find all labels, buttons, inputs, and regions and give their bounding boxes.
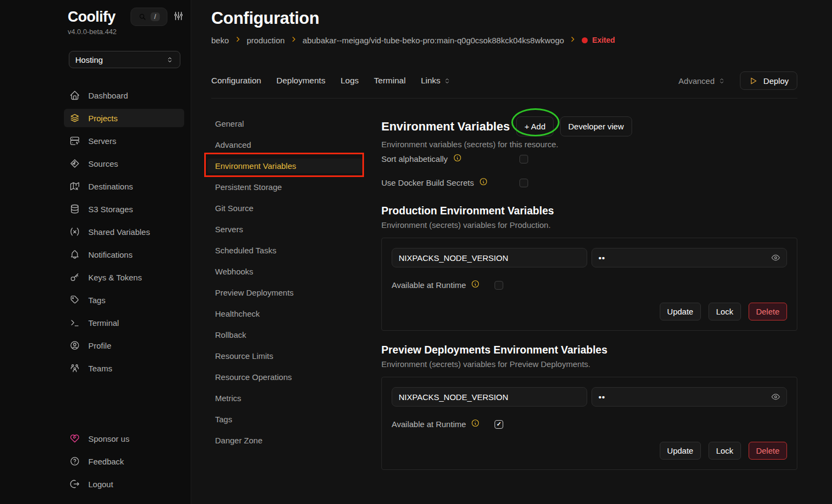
subnav-item-rollback[interactable]: Rollback (207, 328, 363, 342)
sidebar-item-profile[interactable]: Profile (64, 336, 184, 355)
tab-terminal[interactable]: Terminal (374, 76, 406, 86)
subnav-item-tags[interactable]: Tags (207, 412, 363, 427)
tab-deployments[interactable]: Deployments (276, 76, 325, 86)
info-icon[interactable] (471, 418, 480, 430)
sidebar-item-feedback[interactable]: Feedback (64, 452, 184, 470)
env-key-input[interactable] (392, 248, 587, 267)
subnav-item-scheduled-tasks[interactable]: Scheduled Tasks (207, 243, 363, 258)
sidebar-item-label: Projects (88, 114, 118, 123)
env-key-input[interactable] (392, 387, 587, 407)
sidebar-item-label: Notifications (88, 250, 133, 259)
layers-icon (69, 113, 80, 123)
reveal-value-button[interactable] (770, 391, 781, 404)
sidebar-item-tags[interactable]: Tags (64, 291, 184, 309)
reveal-value-button[interactable] (770, 252, 781, 265)
available-at-runtime-checkbox[interactable]: ✓ (495, 420, 503, 429)
env-value-input[interactable] (592, 387, 787, 407)
subnav-item-advanced[interactable]: Advanced (207, 138, 363, 152)
breadcrumb-resource[interactable]: abubakar--meigag/vid-tube-beko-pro:main-… (303, 36, 564, 45)
sidebar-item-teams[interactable]: Teams (64, 359, 184, 377)
subnav-item-git-source[interactable]: Git Source (207, 201, 363, 215)
coolify-app-window: Coolify / v4.0.0-beta.442 Hosting (0, 0, 832, 504)
env-variables-subtitle: Environment variables (secrets) for this… (381, 140, 797, 149)
subnav-item-preview-deployments[interactable]: Preview Deployments (207, 285, 363, 300)
team-select[interactable]: Hosting (69, 51, 180, 68)
sidebar-item-s3-storages[interactable]: S3 Storages (64, 200, 184, 218)
sidebar-item-servers[interactable]: Servers (64, 132, 184, 150)
developer-view-button[interactable]: Developer view (560, 116, 632, 136)
sidebar-item-destinations[interactable]: Destinations (64, 177, 184, 195)
update-button[interactable]: Update (660, 442, 701, 460)
environment-variables-panel: Environment Variables + Add Developer vi… (381, 116, 797, 470)
sidebar-item-label: Servers (88, 136, 116, 146)
update-button[interactable]: Update (660, 303, 701, 320)
git-source-icon (69, 158, 80, 169)
env-value-input[interactable] (592, 248, 787, 267)
sidebar: Coolify / v4.0.0-beta.442 Hosting (0, 0, 191, 504)
delete-button[interactable]: Delete (749, 442, 787, 460)
logout-icon (69, 479, 80, 489)
deploy-button[interactable]: Deploy (740, 71, 797, 90)
sort-alphabetically-checkbox[interactable] (519, 155, 528, 163)
bell-icon (69, 249, 80, 260)
breadcrumb-environment[interactable]: production (247, 36, 285, 45)
search-button[interactable]: / (131, 8, 167, 26)
chevron-right-icon (234, 35, 242, 45)
page-title: Configuration (211, 9, 797, 28)
sidebar-item-label: Teams (88, 364, 112, 373)
advanced-dropdown[interactable]: Advanced (679, 76, 726, 86)
sidebar-item-notifications[interactable]: Notifications (64, 245, 184, 264)
subnav-item-servers[interactable]: Servers (207, 222, 363, 237)
search-icon (138, 12, 147, 21)
sidebar-item-projects[interactable]: Projects (64, 109, 184, 127)
sidebar-item-label: Destinations (88, 182, 133, 191)
tab-configuration[interactable]: Configuration (211, 76, 261, 86)
subnav-item-danger-zone[interactable]: Danger Zone (207, 433, 363, 448)
preview-env-card: Available at Runtime ✓ Update Lock Delet… (381, 377, 797, 470)
lock-button[interactable]: Lock (708, 442, 741, 460)
subnav-item-resource-limits[interactable]: Resource Limits (207, 349, 363, 363)
subnav-item-resource-operations[interactable]: Resource Operations (207, 370, 363, 384)
subnav-item-persistent-storage[interactable]: Persistent Storage (207, 180, 363, 194)
sidebar-item-sponsor-us[interactable]: Sponsor us (64, 429, 184, 448)
subnav-item-metrics[interactable]: Metrics (207, 391, 363, 405)
breadcrumb-team[interactable]: beko (211, 36, 229, 45)
info-icon[interactable] (453, 153, 462, 165)
add-button[interactable]: + Add (516, 116, 554, 136)
tab-logs[interactable]: Logs (341, 76, 359, 86)
lock-button[interactable]: Lock (708, 303, 741, 320)
info-icon[interactable] (479, 177, 488, 188)
available-at-runtime-checkbox[interactable] (495, 281, 503, 290)
sidebar-item-terminal[interactable]: Terminal (64, 313, 184, 332)
delete-button[interactable]: Delete (749, 303, 787, 320)
sidebar-item-shared-variables[interactable]: Shared Variables (64, 222, 184, 241)
docker-build-secrets-checkbox[interactable] (519, 179, 528, 187)
chevron-updown-icon (718, 77, 726, 85)
main-content: Configuration beko production abubakar--… (192, 0, 832, 504)
subnav-item-environment-variables[interactable]: Environment Variables (207, 159, 363, 173)
chevron-updown-icon (166, 56, 174, 64)
server-icon (69, 135, 80, 146)
sidebar-item-logout[interactable]: Logout (64, 475, 184, 493)
info-icon[interactable] (471, 279, 480, 291)
breadcrumb: beko production abubakar--meigag/vid-tub… (211, 35, 797, 45)
sidebar-nav: Dashboard Projects Servers Sources Desti… (64, 86, 184, 377)
chevron-updown-icon (443, 77, 451, 85)
sidebar-item-dashboard[interactable]: Dashboard (64, 86, 184, 104)
sidebar-item-label: Feedback (88, 457, 124, 466)
sidebar-item-sources[interactable]: Sources (64, 154, 184, 173)
subnav-item-general[interactable]: General (207, 116, 363, 131)
tab-links[interactable]: Links (421, 76, 451, 86)
subnav-item-healthcheck[interactable]: Healthcheck (207, 306, 363, 321)
chevron-right-icon (569, 35, 577, 45)
help-circle-icon (69, 456, 80, 467)
sidebar-item-keys-tokens[interactable]: Keys & Tokens (64, 268, 184, 286)
preview-env-heading: Preview Deployments Environment Variable… (381, 344, 797, 356)
key-icon (69, 272, 80, 283)
status-badge: Exited (582, 36, 615, 44)
eye-icon (770, 252, 781, 263)
settings-button[interactable] (173, 10, 184, 23)
sidebar-item-label: S3 Storages (88, 205, 133, 214)
subnav-item-webhooks[interactable]: Webhooks (207, 264, 363, 279)
map-x-icon (69, 181, 80, 192)
